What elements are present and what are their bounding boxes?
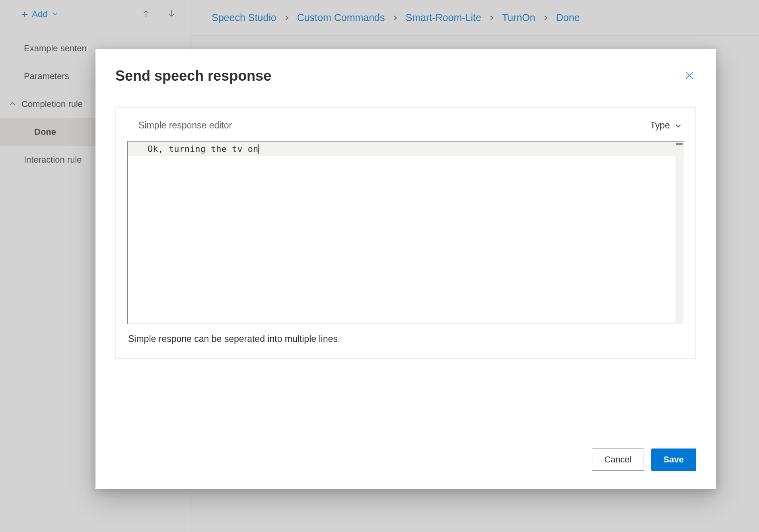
crumb-speech-studio[interactable]: Speech Studio xyxy=(212,12,276,23)
add-button[interactable]: + Add xyxy=(21,9,58,20)
crumb-smart-room-lite[interactable]: Smart-Room-Lite xyxy=(406,12,481,23)
completion-rules-label: Completion rule xyxy=(21,99,83,109)
chevron-right-icon xyxy=(392,12,399,23)
arrow-down-icon xyxy=(167,9,176,18)
chevron-up-icon xyxy=(9,99,16,109)
crumb-custom-commands[interactable]: Custom Commands xyxy=(297,12,385,23)
send-speech-response-modal: Send speech response Simple response edi… xyxy=(95,49,716,489)
chevron-down-icon xyxy=(52,10,58,18)
sidebar-toolbar: + Add xyxy=(0,0,191,28)
modal-header: Send speech response xyxy=(115,68,696,84)
add-button-label: Add xyxy=(32,9,47,19)
crumb-turnon[interactable]: TurnOn xyxy=(502,12,535,23)
scrollbar-thumb[interactable] xyxy=(676,143,683,145)
response-editor[interactable]: Ok, turning the tv on xyxy=(127,141,684,324)
arrow-up-icon xyxy=(141,9,151,18)
modal-title: Send speech response xyxy=(115,68,271,84)
type-dropdown[interactable]: Type xyxy=(650,120,682,131)
editor-label: Simple response editor xyxy=(138,120,232,131)
response-text-line: Ok, turning the tv on xyxy=(128,142,684,156)
close-icon xyxy=(684,70,695,81)
response-text: Ok, turning the tv on xyxy=(148,144,258,154)
save-button[interactable]: Save xyxy=(651,449,696,471)
chevron-down-icon xyxy=(675,122,682,129)
type-label: Type xyxy=(650,120,670,131)
chevron-right-icon xyxy=(543,12,549,23)
text-cursor xyxy=(258,144,259,154)
crumb-done[interactable]: Done xyxy=(556,12,580,23)
plus-icon: + xyxy=(21,9,28,20)
close-button[interactable] xyxy=(683,69,696,83)
move-up-button[interactable] xyxy=(136,6,156,22)
editor-helper-text: Simple respone can be seperated into mul… xyxy=(127,324,684,344)
cancel-button[interactable]: Cancel xyxy=(592,449,644,471)
chevron-right-icon xyxy=(284,12,290,23)
modal-footer: Cancel Save xyxy=(115,439,696,471)
move-down-button[interactable] xyxy=(162,6,181,22)
scrollbar-track[interactable] xyxy=(675,142,683,323)
editor-card: Simple response editor Type Ok, turning … xyxy=(115,107,696,359)
editor-card-header: Simple response editor Type xyxy=(127,120,684,141)
breadcrumb: Speech Studio Custom Commands Smart-Room… xyxy=(191,0,759,36)
chevron-right-icon xyxy=(488,12,495,23)
